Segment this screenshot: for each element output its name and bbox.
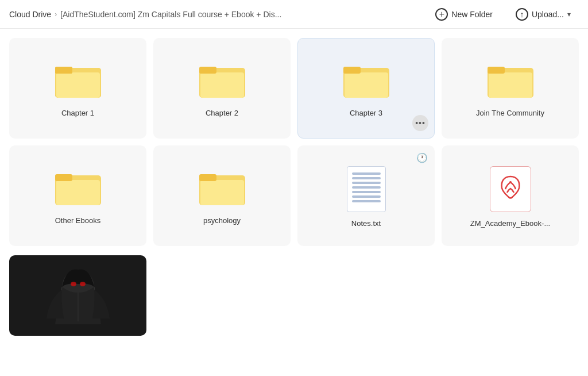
svg-rect-9 [345, 72, 388, 98]
txt-file-icon [347, 166, 386, 212]
breadcrumb-current: [AidTheStudent.com] Zm Capitals Full cou… [60, 10, 281, 19]
file-name: ZM_Academy_Ebook-... [470, 219, 550, 228]
file-name: Notes.txt [351, 219, 381, 228]
file-item-zm-academy[interactable]: ZM_Academy_Ebook-... [442, 145, 579, 246]
svg-rect-7 [199, 67, 216, 74]
file-grid: Chapter 1 Chapter 2 Chapter 3 ••• [0, 29, 588, 255]
more-options-button[interactable]: ••• [412, 115, 428, 131]
folder-item-psychology[interactable]: psychology [153, 145, 291, 246]
folder-item-chapter2[interactable]: Chapter 2 [153, 38, 291, 139]
folder-icon [199, 170, 245, 207]
upload-button[interactable]: ↑ Upload... ▾ [508, 5, 579, 24]
svg-rect-13 [488, 67, 505, 74]
new-folder-button[interactable]: + New Folder [427, 5, 501, 24]
plus-circle-icon: + [435, 8, 448, 21]
folder-name: Chapter 3 [350, 109, 382, 117]
svg-rect-6 [200, 72, 244, 98]
header-bar: Cloud Drive › [AidTheStudent.com] Zm Cap… [0, 0, 588, 29]
folder-name: Other Ebooks [55, 216, 101, 225]
folder-item-join-community[interactable]: Join The Community [442, 38, 579, 139]
breadcrumb-separator: › [55, 10, 57, 18]
thumbnail-item[interactable] [9, 255, 146, 336]
svg-rect-19 [199, 174, 216, 181]
thumbnail-row [0, 255, 588, 336]
header-actions: + New Folder ↑ Upload... ▾ [427, 5, 579, 24]
upload-circle-icon: ↑ [516, 8, 528, 21]
file-item-notes-txt[interactable]: 🕐 Notes.txt [297, 145, 435, 246]
breadcrumb-root[interactable]: Cloud Drive [9, 10, 51, 19]
svg-rect-18 [200, 180, 244, 205]
folder-name: Join The Community [476, 109, 544, 117]
svg-point-23 [71, 282, 76, 286]
chevron-down-icon: ▾ [567, 10, 571, 18]
svg-rect-16 [55, 174, 72, 181]
svg-rect-10 [343, 67, 361, 74]
breadcrumb: Cloud Drive › [AidTheStudent.com] Zm Cap… [9, 10, 427, 19]
folder-icon [55, 170, 101, 207]
folder-name: Chapter 1 [61, 109, 94, 117]
svg-rect-4 [55, 67, 72, 74]
folder-item-chapter3[interactable]: Chapter 3 ••• [297, 38, 435, 139]
svg-point-20 [509, 181, 512, 183]
folder-item-chapter1[interactable]: Chapter 1 [9, 38, 146, 139]
folder-icon [199, 62, 245, 99]
history-icon: 🕐 [416, 152, 428, 163]
app-container: Cloud Drive › [AidTheStudent.com] Zm Cap… [0, 0, 588, 336]
upload-label: Upload... [532, 10, 564, 19]
thumbnail-image [41, 255, 115, 336]
folder-name: psychology [203, 216, 241, 225]
folder-icon [55, 62, 101, 99]
acrobat-icon [498, 174, 523, 204]
svg-rect-12 [489, 72, 532, 98]
svg-rect-15 [56, 180, 100, 205]
pdf-file-icon [490, 166, 531, 212]
folder-icon [488, 62, 533, 99]
svg-rect-2 [56, 72, 100, 98]
svg-point-24 [80, 282, 86, 286]
folder-name: Chapter 2 [206, 109, 238, 117]
folder-icon [343, 62, 389, 99]
folder-item-other-ebooks[interactable]: Other Ebooks [9, 145, 146, 246]
new-folder-label: New Folder [451, 10, 493, 19]
